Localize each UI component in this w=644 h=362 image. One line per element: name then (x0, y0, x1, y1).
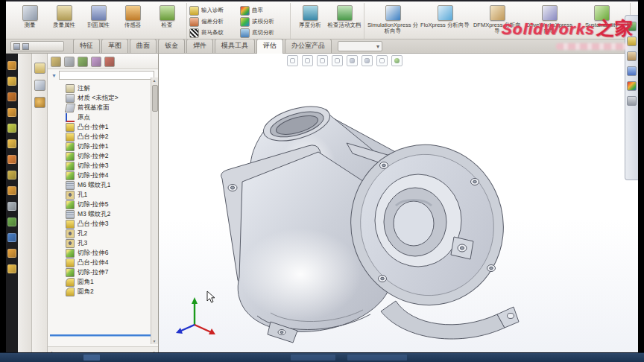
ribbon-button[interactable]: 质量属性 (47, 3, 81, 39)
feature-icon (66, 191, 75, 200)
command-tab[interactable]: 曲面 (130, 39, 157, 53)
feature-tree-item[interactable]: 切除-拉伸3 (58, 161, 149, 171)
left-toolbar-icon[interactable] (7, 108, 16, 117)
feature-tree-item[interactable]: M6 螺纹孔1 (58, 180, 149, 190)
left-toolbar-icon[interactable] (7, 77, 16, 86)
feature-tree-item[interactable]: 注解 (58, 83, 149, 93)
command-tab[interactable]: 办公室产品 (285, 39, 332, 53)
command-tab[interactable]: 钣金 (158, 39, 185, 53)
feature-tree-item[interactable]: M3 螺纹孔2 (58, 209, 149, 219)
left-toolbar-icon[interactable] (7, 92, 16, 101)
task-pane-icon[interactable] (627, 81, 637, 91)
feature-manager-tab-icon[interactable] (78, 57, 88, 67)
dock-toolbar-icon[interactable] (34, 63, 45, 74)
taskbar-item[interactable] (291, 355, 335, 361)
ribbon-wizard-button[interactable]: SimulationXpress 分析向导 (367, 3, 419, 39)
left-toolbar-icon[interactable] (7, 264, 16, 273)
scroll-up-icon[interactable]: ▲ (151, 77, 157, 83)
ribbon-button[interactable]: 剖面属性 (81, 3, 116, 39)
left-toolbar-icon[interactable] (7, 171, 16, 180)
left-toolbar-icon[interactable] (7, 217, 16, 226)
ribbon-button[interactable]: 厚度分析 (293, 3, 327, 39)
floating-mini-toolbar[interactable] (10, 41, 64, 51)
scrollbar-thumb[interactable] (152, 85, 158, 112)
feature-tree-item[interactable]: 切除-拉伸5 (58, 200, 149, 209)
ribbon-group-evaluate-main: 测量 质量属性 剖面属性 传感器 检查 (10, 3, 187, 39)
ribbon-button[interactable]: 传感器 (116, 3, 150, 39)
left-toolbar-icon[interactable] (7, 139, 16, 148)
feature-tree-item[interactable]: 凸台-拉伸3 (58, 219, 149, 229)
ribbon-button[interactable]: 斑马条纹 (189, 28, 237, 38)
feature-tree-item[interactable]: 凸台-拉伸4 (58, 258, 149, 267)
feature-icon (66, 181, 75, 190)
left-toolbar-icon[interactable] (7, 233, 16, 242)
dock-toolbar-icon[interactable] (34, 80, 45, 91)
feature-tree-item[interactable]: 孔1 (58, 190, 149, 200)
ribbon-button[interactable]: 底切分析 (240, 28, 288, 38)
ribbon-button-label: 传感器 (116, 22, 150, 28)
tab-strip: 特征草图曲面钣金焊件模具工具评估办公室产品 (73, 38, 332, 53)
left-toolbar-icon[interactable] (7, 124, 16, 133)
left-toolbar-icon[interactable] (7, 155, 16, 164)
command-tab[interactable]: 评估 (256, 39, 283, 54)
left-toolbar-icon[interactable] (7, 202, 16, 211)
left-toolbar-icon[interactable] (7, 249, 16, 258)
ribbon-button[interactable]: 测量 (13, 3, 47, 39)
command-tab[interactable]: 模具工具 (215, 39, 255, 53)
feature-tree: 注解 材质 <未指定> 前视基准面 原点 (48, 81, 158, 300)
command-tab[interactable]: 草图 (101, 39, 128, 53)
feature-icon (66, 133, 75, 142)
command-tab-dropdown[interactable]: ▾ (338, 41, 382, 51)
feature-icon (66, 249, 75, 258)
ribbon-button[interactable]: 输入诊断 (189, 5, 237, 16)
feature-tree-item[interactable]: 凸台-拉伸2 (58, 132, 149, 142)
feature-tree-item[interactable]: 切除-拉伸7 (58, 267, 149, 277)
feature-label: 切除-拉伸4 (78, 171, 109, 180)
feature-tree-item[interactable]: 前视基准面 (58, 103, 149, 112)
feature-tree-item[interactable]: 孔2 (58, 229, 149, 238)
feature-tree-item[interactable]: 原点 (58, 112, 149, 122)
task-pane-icon[interactable] (627, 51, 637, 61)
feature-tree-item[interactable]: 切除-拉伸1 (58, 142, 149, 151)
ribbon-button[interactable]: 检查 (150, 3, 184, 39)
command-tab[interactable]: 特征 (73, 39, 100, 53)
taskbar-item[interactable] (83, 355, 100, 361)
dock-toolbar-icon[interactable] (34, 97, 45, 108)
task-pane-icon[interactable] (627, 66, 637, 76)
feature-manager-tab-icon[interactable] (91, 57, 101, 67)
feature-icon (66, 113, 75, 122)
feature-manager-tab-icon[interactable] (104, 57, 115, 67)
taskbar-item[interactable] (347, 355, 407, 361)
feature-tree-item[interactable]: 圆角1 (58, 277, 149, 287)
ribbon-button-label: 厚度分析 (293, 22, 327, 28)
feature-tree-item[interactable]: 材质 <未指定> (58, 93, 149, 103)
part-model-housing[interactable] (159, 54, 638, 356)
scroll-down-icon[interactable]: ▼ (151, 338, 157, 344)
mouse-cursor (205, 290, 220, 305)
graphics-viewport[interactable] (159, 54, 638, 356)
ribbon-button[interactable]: 曲率 (240, 5, 288, 16)
command-tab[interactable]: 焊件 (186, 39, 213, 53)
feature-tree-item[interactable]: 切除-拉伸2 (58, 151, 149, 161)
feature-label: 切除-拉伸2 (78, 152, 109, 161)
ribbon-wizard-button[interactable]: FloXpress 分析向导 (419, 3, 471, 39)
feature-tree-item[interactable]: 孔3 (58, 238, 149, 248)
tree-scrollbar[interactable]: ▲ ▼ (151, 77, 158, 344)
feature-tree-item[interactable]: 切除-拉伸4 (58, 171, 149, 180)
left-toolbar-icon[interactable] (7, 61, 16, 70)
ribbon-button-icon (160, 5, 175, 21)
feature-manager-tab-icon[interactable] (64, 57, 75, 67)
feature-manager-tab-icon[interactable] (51, 57, 61, 67)
feature-icon (66, 162, 75, 171)
feature-tree-item[interactable]: 凸台-拉伸1 (58, 122, 149, 132)
tree-filter-input[interactable] (59, 71, 154, 80)
feature-icon (66, 210, 75, 219)
task-pane-icon[interactable] (627, 96, 637, 106)
ribbon-button[interactable]: 检查活动文档 (327, 3, 362, 39)
ribbon-button-icon (57, 5, 72, 21)
left-toolbar-icon[interactable] (7, 186, 16, 195)
feature-tree-item[interactable]: 圆角2 (58, 287, 149, 296)
ribbon-button[interactable]: 拔模分析 (240, 16, 288, 27)
feature-tree-item[interactable]: 切除-拉伸6 (58, 248, 149, 258)
ribbon-button[interactable]: 偏差分析 (189, 16, 237, 27)
